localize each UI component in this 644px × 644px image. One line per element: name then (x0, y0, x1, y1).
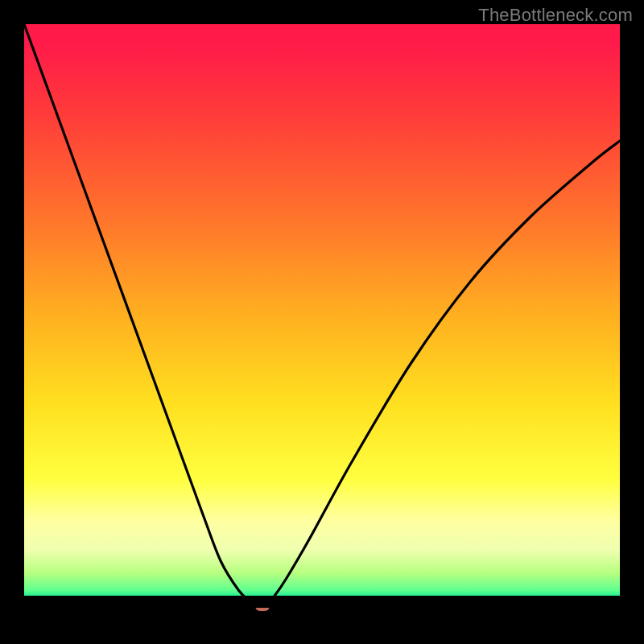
watermark-text: TheBottleneck.com (478, 5, 633, 26)
chart-curve-line (24, 24, 620, 609)
chart-baseline (24, 596, 620, 608)
chart-svg (24, 24, 620, 608)
chart-plot-area (24, 24, 620, 608)
chart-frame (24, 24, 620, 620)
